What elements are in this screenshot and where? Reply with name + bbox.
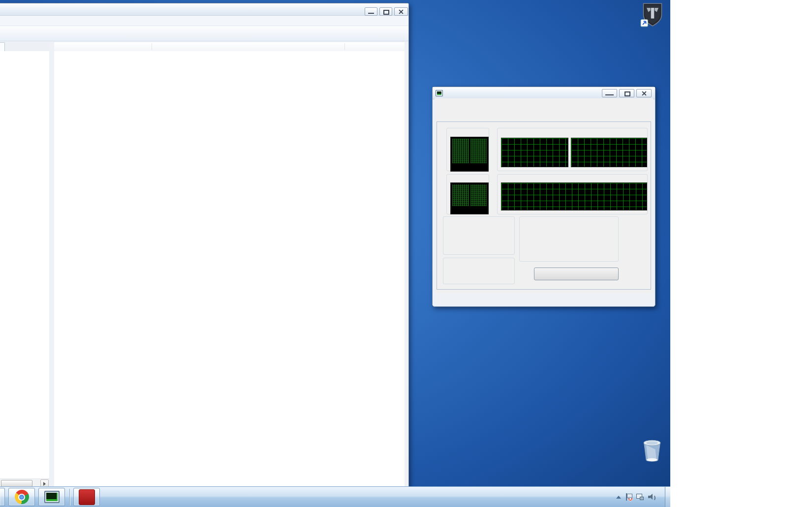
column-divider[interactable] xyxy=(344,43,345,50)
desktop-icon-recycle-bin[interactable] xyxy=(637,439,667,465)
task-manager-menubar xyxy=(435,98,653,109)
sidebar-tab-favorites[interactable] xyxy=(0,42,5,52)
task-manager-statusbar xyxy=(435,294,653,304)
memory-history-group xyxy=(497,174,648,214)
close-button[interactable] xyxy=(394,7,408,16)
sensor-app-titlebar[interactable] xyxy=(0,3,408,16)
desktop-icon-wotlauncher[interactable] xyxy=(634,2,670,30)
network-icon[interactable] xyxy=(636,494,644,500)
cpu-usage-group xyxy=(446,128,489,171)
scrollbar-thumb[interactable] xyxy=(1,480,32,487)
minimize-button[interactable] xyxy=(365,7,377,16)
cpu-history-group xyxy=(497,128,648,171)
volume-wave xyxy=(651,495,656,501)
sensor-app-window xyxy=(0,3,409,488)
system-tray xyxy=(612,487,670,507)
desktop[interactable] xyxy=(0,0,670,507)
memory-meter xyxy=(450,182,489,214)
sidebar-tabstrip xyxy=(0,42,49,52)
recycle-bin-icon xyxy=(641,439,663,463)
sidebar-tree xyxy=(0,51,50,478)
cpu-usage-meter xyxy=(450,137,489,172)
task-manager-window xyxy=(432,87,656,307)
blank-right-margin xyxy=(670,0,812,507)
memory-group xyxy=(446,174,489,214)
taskbar-button-partial[interactable] xyxy=(0,488,5,506)
cpu-history-graph-core1 xyxy=(501,138,568,167)
minimize-button[interactable] xyxy=(602,89,617,97)
cpu-history-graph-core2 xyxy=(571,138,647,167)
taskbar-divider xyxy=(69,489,70,506)
show-desktop-button[interactable] xyxy=(665,487,670,507)
wot-shield-icon xyxy=(640,2,665,28)
column-divider[interactable] xyxy=(152,43,152,50)
system-group xyxy=(519,216,619,262)
volume-icon[interactable] xyxy=(648,494,656,500)
cpu-usage-value xyxy=(452,163,487,170)
column-header xyxy=(54,42,405,52)
chrome-icon xyxy=(15,490,29,504)
kernel-memory-group xyxy=(443,258,515,284)
screen xyxy=(0,0,812,507)
task-manager-icon xyxy=(44,491,60,503)
taskbar-button-task-manager[interactable] xyxy=(38,488,65,506)
resource-monitor-button[interactable] xyxy=(534,268,619,280)
action-center-alert-badge xyxy=(628,496,633,501)
sensor-app-toolbar xyxy=(0,26,408,41)
memory-history-graph xyxy=(501,182,647,210)
performance-tab-panel xyxy=(437,121,651,290)
task-manager-body xyxy=(435,108,653,294)
task-manager-app-icon xyxy=(436,90,443,96)
taskbar-button-aida64[interactable] xyxy=(73,488,100,506)
sensor-value-list xyxy=(54,51,405,487)
aida64-icon xyxy=(79,489,95,505)
physical-memory-group xyxy=(443,216,515,255)
action-center-flag-icon[interactable] xyxy=(625,493,632,501)
close-button[interactable] xyxy=(636,89,652,97)
taskbar-button-chrome[interactable] xyxy=(8,488,35,506)
maximize-button[interactable] xyxy=(379,7,392,16)
memory-value xyxy=(452,206,487,212)
maximize-button[interactable] xyxy=(619,89,634,97)
window-right-padding xyxy=(405,42,408,487)
hidden-icons-chevron-icon[interactable] xyxy=(616,496,621,499)
taskbar xyxy=(0,486,670,507)
sensor-app-menubar xyxy=(0,16,408,26)
